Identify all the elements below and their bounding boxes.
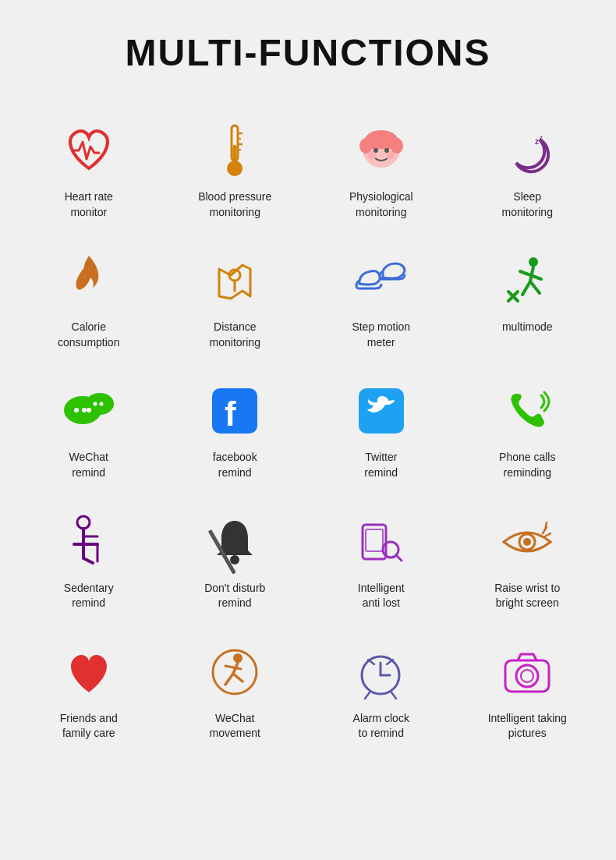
svg-point-2 <box>227 161 243 176</box>
sedentary-label: Sedentaryremind <box>64 581 114 611</box>
svg-line-40 <box>83 558 93 563</box>
alarm-clock-icon <box>350 641 412 703</box>
feature-step-motion: Step motionmeter <box>308 235 455 358</box>
multimode-label: multimode <box>502 320 553 335</box>
feature-wechat-movement: WeChatmovement <box>162 627 309 749</box>
svg-text:f: f <box>225 395 236 433</box>
feature-blood-pressure: Blood pressuremonitoring <box>162 105 309 228</box>
calorie-icon <box>58 250 120 312</box>
anti-lost-icon <box>350 511 412 573</box>
facebook-icon: f <box>204 380 266 442</box>
svg-line-57 <box>225 674 233 685</box>
svg-point-49 <box>523 538 531 546</box>
feature-facebook: f facebookremind <box>162 366 309 488</box>
blood-pressure-label: Blood pressuremonitoring <box>198 189 271 220</box>
svg-text:z: z <box>535 137 539 146</box>
svg-text:z: z <box>540 134 543 141</box>
raise-wrist-label: Raise wrist tobright screen <box>494 581 560 611</box>
svg-rect-34 <box>359 388 404 434</box>
svg-line-63 <box>391 692 396 699</box>
feature-wechat: WeChatremind <box>16 366 162 488</box>
distance-label: Distancemonitoring <box>210 320 260 350</box>
svg-point-13 <box>387 151 395 159</box>
svg-line-51 <box>545 533 551 536</box>
physiological-label: Physiologicalmonitoring <box>349 189 413 220</box>
blood-pressure-icon <box>204 119 266 182</box>
sleep-label: Sleepmonitoring <box>502 189 553 220</box>
wechat-label: WeChatremind <box>69 450 108 480</box>
feature-multimode: multimode <box>455 235 601 358</box>
feature-raise-wrist: Raise wrist tobright screen <box>455 497 601 619</box>
svg-point-67 <box>516 665 538 687</box>
svg-point-35 <box>77 516 90 529</box>
wechat-movement-label: WeChatmovement <box>210 711 260 741</box>
svg-point-68 <box>521 670 533 682</box>
svg-point-42 <box>230 555 239 564</box>
step-motion-label: Step motionmeter <box>352 320 410 350</box>
raise-wrist-icon <box>496 511 558 573</box>
calorie-label: Calorieconsumption <box>58 320 119 350</box>
twitter-label: Twitterremind <box>364 450 398 480</box>
svg-rect-1 <box>233 145 237 162</box>
heart-rate-label: Heart ratemonitor <box>65 189 113 220</box>
svg-line-22 <box>530 281 540 293</box>
friends-family-label: Friends andfamily care <box>60 711 118 741</box>
svg-point-29 <box>87 408 91 412</box>
svg-point-27 <box>74 408 79 412</box>
dont-disturb-icon <box>204 511 266 573</box>
page-title: MULTI-FUNCTIONS <box>16 31 600 74</box>
dont-disturb-label: Don't disturbremind <box>204 581 265 611</box>
feature-dont-disturb: Don't disturbremind <box>162 497 309 619</box>
twitter-icon <box>350 380 412 442</box>
features-grid: Heart ratemonitor Blood pressuremonitori… <box>16 105 600 749</box>
feature-calorie: Calorieconsumption <box>16 235 162 358</box>
svg-point-54 <box>233 653 243 663</box>
svg-line-21 <box>522 281 530 295</box>
feature-phone-calls: Phone callsreminding <box>455 366 601 488</box>
feature-intelligent-pictures: Intelligent takingpictures <box>455 627 601 749</box>
feature-alarm-clock: Alarm clockto remind <box>308 627 455 749</box>
sleep-icon: z z <box>496 119 558 182</box>
sedentary-icon <box>58 511 120 573</box>
svg-line-62 <box>365 692 370 699</box>
multimode-icon <box>496 250 558 312</box>
alarm-clock-label: Alarm clockto remind <box>353 711 409 741</box>
intelligent-pictures-label: Intelligent takingpictures <box>488 711 567 741</box>
page: MULTI-FUNCTIONS Heart ratemonitor <box>0 0 616 860</box>
svg-point-30 <box>93 402 97 406</box>
svg-point-31 <box>99 402 103 406</box>
heart-rate-icon <box>58 119 120 182</box>
feature-distance: Distancemonitoring <box>162 235 309 358</box>
facebook-label: facebookremind <box>213 450 257 480</box>
physiological-icon <box>350 119 412 182</box>
svg-line-56 <box>225 666 241 669</box>
friends-family-icon <box>58 641 120 703</box>
feature-physiological: Physiologicalmonitoring <box>308 105 455 228</box>
svg-rect-45 <box>366 529 383 551</box>
svg-point-28 <box>82 408 87 412</box>
intelligent-pictures-icon <box>496 641 558 703</box>
phone-calls-icon <box>496 380 558 442</box>
wechat-icon <box>58 380 120 442</box>
svg-line-58 <box>233 674 243 681</box>
feature-twitter: Twitterremind <box>308 366 455 488</box>
step-motion-icon <box>350 250 412 312</box>
svg-point-12 <box>368 151 376 159</box>
wechat-movement-icon <box>204 641 266 703</box>
feature-sedentary: Sedentaryremind <box>16 497 162 619</box>
feature-sleep: z z Sleepmonitoring <box>455 105 601 228</box>
anti-lost-label: Intelligentanti lost <box>358 581 405 611</box>
svg-point-9 <box>391 138 403 154</box>
svg-line-47 <box>396 555 402 561</box>
svg-point-8 <box>359 138 372 154</box>
feature-friends-family: Friends andfamily care <box>16 627 162 749</box>
feature-anti-lost: Intelligentanti lost <box>308 497 455 619</box>
feature-heart-rate: Heart ratemonitor <box>16 105 162 228</box>
phone-calls-label: Phone callsreminding <box>499 450 555 480</box>
distance-icon <box>204 250 266 312</box>
